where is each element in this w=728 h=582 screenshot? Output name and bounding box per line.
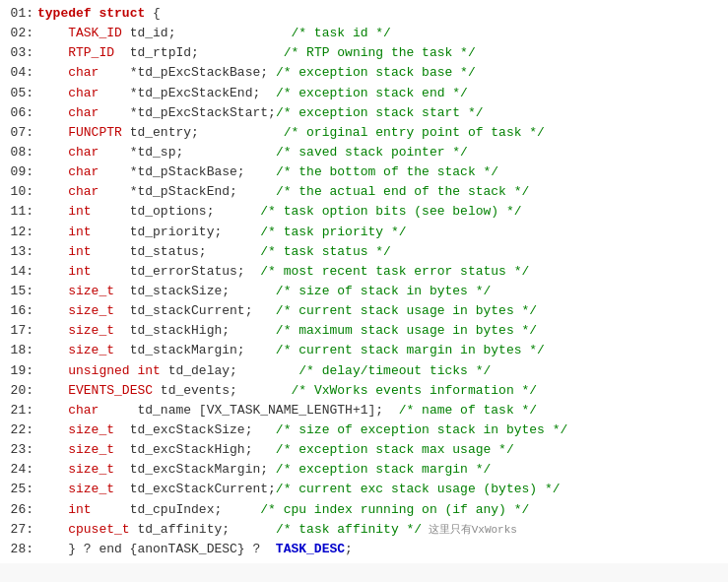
line-number: 09:: [6, 162, 33, 182]
code-line: 18: size_t td_stackMargin; /* current st…: [0, 341, 728, 360]
code-line: 14: int td_errorStatus; /* most recent t…: [0, 262, 728, 282]
code-token: char: [68, 63, 99, 83]
code-line: 19: unsigned int td_delay; /* delay/time…: [0, 361, 728, 381]
code-token: /* task id */: [291, 24, 390, 43]
code-token: char: [68, 84, 99, 103]
code-line: 10: char *td_pStackEnd; /* the actual en…: [0, 182, 728, 202]
code-token: size_t: [68, 301, 114, 321]
line-number: 05:: [6, 84, 33, 103]
code-token: /* task priority */: [260, 223, 406, 242]
code-token: [37, 43, 68, 63]
code-token: td_priority;: [92, 223, 261, 242]
line-number: 04:: [6, 63, 33, 83]
code-token: [37, 143, 68, 162]
code-line: 01:typedef struct {: [0, 4, 728, 24]
code-token: td_affinity;: [130, 520, 276, 540]
code-token: td_cpuIndex;: [92, 500, 261, 520]
code-token: /* maximum stack usage in bytes */: [276, 321, 537, 341]
code-token: /* current stack margin in bytes */: [276, 341, 545, 360]
line-number: 06:: [6, 103, 33, 123]
code-token: /* size of exception stack in bytes */: [276, 420, 567, 440]
code-token: /* exception stack max usage */: [276, 440, 514, 460]
code-token: td_name [VX_TASK_NAME_LENGTH+1];: [99, 401, 398, 420]
code-token: /* original entry point of task */: [284, 123, 545, 143]
code-line: 21: char td_name [VX_TASK_NAME_LENGTH+1]…: [0, 401, 728, 420]
code-line: 04: char *td_pExcStackBase; /* exception…: [0, 63, 728, 83]
code-block: 01:typedef struct {02: TASK_ID td_id; /*…: [0, 0, 728, 563]
line-number: 27:: [6, 520, 33, 540]
code-token: /* task option bits (see below) */: [260, 202, 521, 222]
code-token: EVENTS_DESC: [68, 381, 153, 401]
code-line: 22: size_t td_excStackSize; /* size of e…: [0, 420, 728, 440]
code-token: /* exception stack base */: [276, 63, 476, 83]
line-number: 10:: [6, 182, 33, 202]
code-token: td_excStackHigh;: [114, 440, 276, 460]
line-number: 23:: [6, 440, 33, 460]
line-number: 18:: [6, 341, 33, 360]
code-token: cpuset_t: [68, 520, 129, 540]
code-token: char: [68, 162, 99, 182]
code-token: *td_pStackBase;: [99, 162, 275, 182]
code-token: int: [68, 223, 91, 242]
code-token: char: [68, 182, 99, 202]
code-token: [37, 223, 68, 242]
code-line: 05: char *td_pExcStackEnd; /* exception …: [0, 84, 728, 103]
code-token: size_t: [68, 420, 114, 440]
code-token: /* name of task */: [399, 401, 537, 420]
code-token: TASK_DESC: [276, 540, 345, 559]
code-token: [37, 520, 68, 540]
code-token: char: [68, 103, 99, 123]
code-token: *td_pExcStackEnd;: [99, 84, 275, 103]
code-token: [37, 420, 68, 440]
code-line: 11: int td_options; /* task option bits …: [0, 202, 728, 222]
code-line: 06: char *td_pExcStackStart;/* exception…: [0, 103, 728, 123]
code-line: 28: } ? end {anonTASK_DESC} ? TASK_DESC;: [0, 540, 728, 559]
code-token: [37, 401, 68, 420]
code-token: /* most recent task error status */: [260, 262, 529, 282]
code-token: [37, 321, 68, 341]
code-token: int: [68, 262, 91, 282]
code-token: size_t: [68, 440, 114, 460]
code-token: 这里只有VxWorks: [422, 522, 517, 539]
code-token: {: [145, 4, 161, 24]
code-token: /* delay/timeout ticks */: [298, 361, 491, 381]
code-token: unsigned int: [68, 361, 161, 381]
code-token: RTP_ID: [68, 43, 114, 63]
code-token: int: [68, 242, 91, 262]
code-token: td_stackHigh;: [114, 321, 276, 341]
code-token: /* cpu index running on (if any) */: [260, 500, 529, 520]
code-token: typedef: [37, 4, 92, 24]
code-token: TASK_ID: [68, 24, 122, 43]
code-token: /* current stack usage in bytes */: [276, 301, 537, 321]
code-token: td_stackCurrent;: [114, 301, 276, 321]
code-token: struct: [99, 4, 145, 24]
code-token: /* the bottom of the stack */: [276, 162, 498, 182]
code-token: *td_pStackEnd;: [99, 182, 275, 202]
line-number: 07:: [6, 123, 33, 143]
code-line: 20: EVENTS_DESC td_events; /* VxWorks ev…: [0, 381, 728, 401]
line-number: 13:: [6, 242, 33, 262]
code-line: 27: cpuset_t td_affinity; /* task affini…: [0, 520, 728, 540]
line-number: 24:: [6, 460, 33, 480]
code-token: td_entry;: [122, 123, 284, 143]
line-number: 22:: [6, 420, 33, 440]
code-token: td_excStackCurrent;: [114, 480, 276, 499]
code-token: ;: [345, 540, 353, 559]
line-number: 15:: [6, 282, 33, 301]
line-number: 16:: [6, 301, 33, 321]
code-token: td_stackMargin;: [114, 341, 276, 360]
code-token: /* task status */: [260, 242, 391, 262]
code-token: td_excStackMargin;: [114, 460, 276, 480]
code-token: [37, 282, 68, 301]
code-token: [37, 123, 68, 143]
code-token: td_events;: [153, 381, 291, 401]
code-token: [37, 63, 68, 83]
code-token: size_t: [68, 480, 114, 499]
code-token: td_rtpId;: [114, 43, 284, 63]
code-token: /* the actual end of the stack */: [276, 182, 529, 202]
line-number: 28:: [6, 540, 33, 559]
line-number: 14:: [6, 262, 33, 282]
code-token: [37, 301, 68, 321]
code-token: td_id;: [122, 24, 292, 43]
code-token: size_t: [68, 282, 114, 301]
